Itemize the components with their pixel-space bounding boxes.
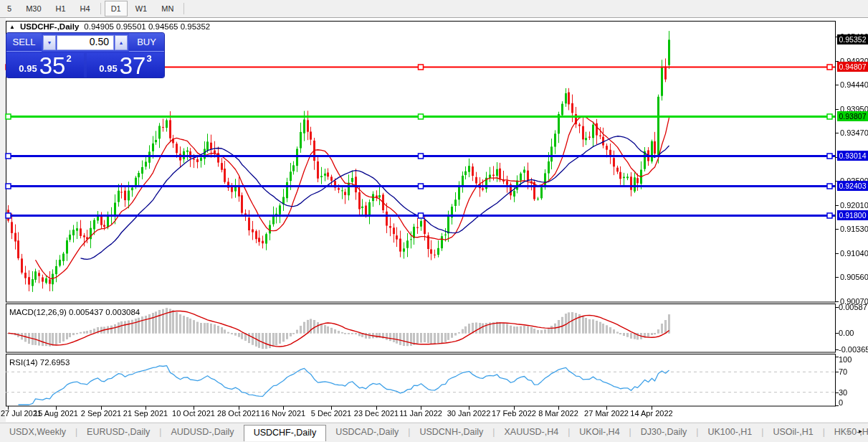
one-click-trading-panel: SELL ▼ 0.50 ▲ BUY 0.95 35 2 0.95 37 3 — [6, 33, 164, 77]
price-line-label: 0.95352 — [837, 34, 868, 44]
macd-tick-label: 0.00 — [839, 329, 854, 337]
price-line-label: 0.93014 — [837, 151, 868, 161]
date-tick-label: 16 Nov 2021 — [261, 409, 305, 418]
price-line-label: 0.92403 — [837, 181, 868, 191]
timeframe-button-d1[interactable]: D1 — [105, 1, 128, 17]
rsi-tick-label: 100 — [839, 355, 852, 364]
date-tick-label: 8 Mar 2022 — [538, 409, 578, 418]
macd-tick-label: -0.003659 — [839, 345, 868, 354]
date-tick-label: 15 Aug 2021 — [34, 409, 78, 418]
date-tick-label: 14 Apr 2022 — [630, 409, 672, 418]
price-line-label: 0.94807 — [837, 62, 868, 72]
chart-ohlc-values: 0.94905 0.95501 0.94565 0.95352 — [84, 22, 210, 31]
chart-tab-usdchf[interactable]: USDCHF-,Daily — [244, 425, 327, 441]
macd-tick-label: 0.00587 — [839, 303, 867, 311]
date-tick-label: 27 Mar 2022 — [584, 409, 629, 418]
rsi-indicator-label: RSI(14) 72.6953 — [9, 358, 70, 367]
macd-indicator-label: MACD(12,26,9) 0.005437 0.003084 — [9, 308, 140, 316]
timeframe-toolbar: 5M30H1H4D1W1MN — [0, 0, 868, 18]
timeframe-button-h4[interactable]: H4 — [74, 1, 97, 17]
price-line-label: 0.91800 — [837, 210, 868, 220]
date-tick-label: 17 Feb 2022 — [492, 409, 536, 418]
lot-increase-button[interactable]: ▲ — [115, 35, 128, 50]
sell-price-box[interactable]: 0.95 35 2 — [6, 53, 84, 77]
price-tick-label: 0.90560 — [840, 273, 868, 281]
rsi-tick-label: 70 — [839, 367, 847, 376]
timeframe-button-m30[interactable]: M30 — [19, 1, 47, 17]
chart-tab-usdcad[interactable]: USDCAD-,Daily — [326, 425, 408, 439]
date-tick-label: 21 Sep 2021 — [123, 409, 168, 418]
lot-spinner: ▼ 0.50 ▲ — [42, 33, 129, 52]
buy-price-box[interactable]: 0.95 37 3 — [87, 53, 164, 77]
trade-panel-top-row: SELL ▼ 0.50 ▲ BUY — [6, 33, 164, 52]
chart-tab-audusd[interactable]: AUDUSD-,Daily — [161, 425, 243, 439]
chart-tab-usoil[interactable]: USOil-,H1 — [763, 425, 822, 439]
toolbar-separator — [183, 3, 184, 14]
chart-tab-xauusd[interactable]: XAUUSD-,H4 — [495, 425, 568, 439]
chart-window: ▲ USDCHF-,Daily 0.94905 0.95501 0.94565 … — [0, 18, 868, 422]
date-tick-label: 5 Dec 2021 — [311, 409, 351, 418]
timeframe-button-h1[interactable]: H1 — [49, 1, 72, 17]
timeframe-button-mn[interactable]: MN — [155, 1, 180, 17]
price-tick-label: 0.91530 — [840, 225, 868, 233]
lot-size-input[interactable]: 0.50 — [57, 35, 114, 50]
buy-price-pips: 37 — [120, 55, 146, 77]
date-tick-label: 10 Oct 2021 — [172, 409, 215, 418]
date-tick-label: 28 Oct 2021 — [217, 409, 260, 418]
lot-decrease-button[interactable]: ▼ — [43, 35, 56, 50]
date-tick-label: 23 Dec 2021 — [354, 409, 399, 418]
chart-symbol-title: USDCHF-,Daily — [20, 22, 79, 31]
price-tick-label: 0.91040 — [840, 249, 868, 258]
toolbar-separator — [100, 3, 101, 14]
chart-tab-uk100[interactable]: UK100-,H1 — [698, 425, 761, 439]
chart-tab-usdx[interactable]: USDX,Weekly — [0, 425, 75, 439]
chart-tabs-bar: USDX,Weekly|EURUSD-,Daily|AUDUSD-,DailyU… — [0, 423, 868, 442]
price-chart-canvas[interactable] — [0, 18, 868, 422]
tabs-scroll-right-icon[interactable]: ▸ — [859, 427, 862, 435]
chart-tab-dj30[interactable]: DJ30-,Daily — [631, 425, 697, 439]
buy-button[interactable]: BUY — [129, 33, 164, 52]
mt4-terminal: 5M30H1H4D1W1MN ▲ USDCHF-,Daily 0.94905 0… — [0, 0, 868, 442]
date-tick-label: 2 Sep 2021 — [81, 409, 121, 418]
price-tick-label: 0.94440 — [840, 80, 868, 89]
chart-header: ▲ USDCHF-,Daily 0.94905 0.95501 0.94565 … — [9, 22, 210, 31]
chart-tab-ukoil[interactable]: UKOil-,H4 — [570, 425, 629, 439]
sell-price-pips: 35 — [39, 55, 66, 77]
timeframe-button-w1[interactable]: W1 — [129, 1, 154, 17]
rsi-tick-label: 30 — [839, 388, 847, 397]
buy-price-point: 3 — [146, 53, 151, 64]
sell-button[interactable]: SELL — [6, 33, 42, 52]
price-tick-label: 0.92010 — [840, 201, 868, 210]
trade-panel-prices: 0.95 35 2 0.95 37 3 — [6, 52, 164, 77]
price-line-label: 0.93807 — [837, 111, 868, 121]
price-tick-label: 0.93470 — [840, 128, 868, 137]
timeframe-button-5[interactable]: 5 — [1, 1, 18, 17]
chart-tab-usdcnh[interactable]: USDCNH-,Daily — [410, 425, 492, 439]
sell-price-point: 2 — [66, 53, 71, 64]
buy-price-prefix: 0.95 — [99, 63, 117, 74]
date-tick-label: 30 Jan 2022 — [447, 409, 491, 418]
tabs-scroll-left-icon[interactable]: ◂ — [846, 427, 849, 435]
rsi-tick-label: 0 — [839, 398, 843, 407]
chart-tab-eurusd[interactable]: EURUSD-,Daily — [77, 425, 159, 439]
collapse-panel-icon[interactable]: ▲ — [9, 24, 15, 30]
sell-price-prefix: 0.95 — [19, 63, 37, 74]
date-tick-label: 11 Jan 2022 — [399, 409, 442, 418]
